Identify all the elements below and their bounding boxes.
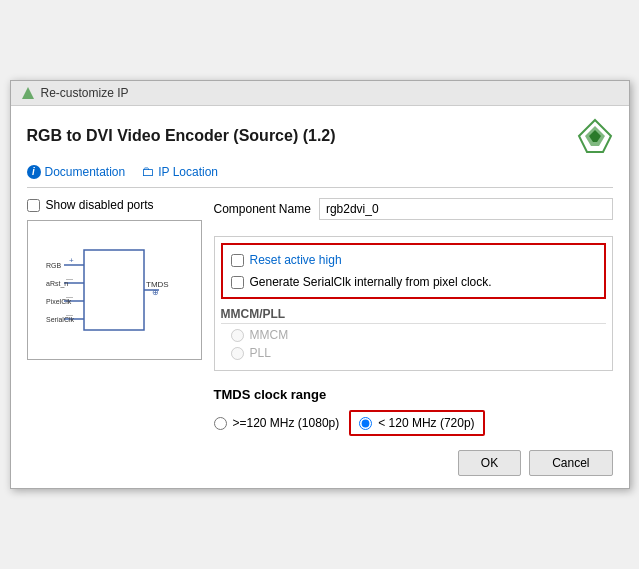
svg-text:—: — [66, 293, 73, 300]
tab-ip-location-label: IP Location [158, 165, 218, 179]
pll-label: PLL [250, 346, 271, 360]
tmds-high-radio[interactable] [214, 417, 227, 430]
mmcm-radio[interactable] [231, 329, 244, 342]
show-disabled-label: Show disabled ports [46, 198, 154, 212]
generate-serial-clk-label: Generate SerialClk internally from pixel… [250, 275, 492, 289]
component-diagram: TMDS ⊕ RGB aRst_n PixelClk SerialClk + [27, 220, 202, 360]
options-box: Reset active high Generate SerialClk int… [221, 243, 606, 299]
svg-text:+: + [69, 256, 74, 265]
pll-option: PLL [231, 346, 606, 360]
title-bar-label: Re-customize IP [41, 86, 129, 100]
tab-documentation-label: Documentation [45, 165, 126, 179]
button-row: OK Cancel [27, 450, 613, 476]
mmcm-label: MMCM [250, 328, 289, 342]
cancel-button[interactable]: Cancel [529, 450, 612, 476]
title-bar: Re-customize IP [11, 81, 629, 106]
recustomize-ip-dialog: Re-customize IP RGB to DVI Video Encoder… [10, 80, 630, 489]
svg-text:—: — [66, 275, 73, 282]
pll-radio[interactable] [231, 347, 244, 360]
show-disabled-checkbox[interactable] [27, 199, 40, 212]
mmcm-pll-section: MMCM/PLL MMCM PLL [221, 307, 606, 360]
show-disabled-row: Show disabled ports [27, 198, 202, 212]
generate-serial-clk-row: Generate SerialClk internally from pixel… [231, 275, 596, 289]
component-name-label: Component Name [214, 202, 311, 216]
tmds-high-label: >=120 MHz (1080p) [233, 416, 340, 430]
left-panel: Show disabled ports TMDS ⊕ RGB [27, 198, 202, 436]
tmds-low-label: < 120 MHz (720p) [378, 416, 474, 430]
svg-text:—: — [66, 311, 73, 318]
folder-icon: 🗀 [141, 164, 154, 179]
dialog-icon [21, 86, 35, 100]
generate-serial-clk-checkbox[interactable] [231, 276, 244, 289]
component-name-row: Component Name [214, 198, 613, 220]
dialog-body: RGB to DVI Video Encoder (Source) (1.2) … [11, 106, 629, 488]
diagram-svg: TMDS ⊕ RGB aRst_n PixelClk SerialClk + [44, 235, 184, 345]
tmds-options: >=120 MHz (1080p) < 120 MHz (720p) [214, 410, 613, 436]
mmcm-pll-title: MMCM/PLL [221, 307, 606, 324]
svg-text:RGB: RGB [46, 262, 62, 269]
tmds-high-option: >=120 MHz (1080p) [214, 416, 340, 430]
ok-button[interactable]: OK [458, 450, 521, 476]
tab-ip-location[interactable]: 🗀 IP Location [141, 164, 218, 181]
reset-active-high-checkbox[interactable] [231, 254, 244, 267]
tmds-low-radio[interactable] [359, 417, 372, 430]
product-title-row: RGB to DVI Video Encoder (Source) (1.2) [27, 118, 613, 154]
svg-marker-0 [22, 87, 34, 99]
tmds-low-option: < 120 MHz (720p) [349, 410, 484, 436]
svg-rect-4 [84, 250, 144, 330]
product-title-text: RGB to DVI Video Encoder (Source) (1.2) [27, 127, 336, 145]
reset-active-high-link[interactable]: Reset active high [250, 253, 342, 267]
svg-text:aRst_n: aRst_n [46, 280, 68, 288]
mmcm-option: MMCM [231, 328, 606, 342]
info-icon: i [27, 165, 41, 179]
tmds-title: TMDS clock range [214, 387, 613, 402]
tab-bar: i Documentation 🗀 IP Location [27, 164, 613, 188]
options-scroll-area[interactable]: Reset active high Generate SerialClk int… [214, 236, 613, 371]
tab-documentation[interactable]: i Documentation [27, 164, 126, 181]
product-logo [577, 118, 613, 154]
tmds-section: TMDS clock range >=120 MHz (1080p) < 120… [214, 387, 613, 436]
reset-active-high-row: Reset active high [231, 253, 596, 267]
main-content: Show disabled ports TMDS ⊕ RGB [27, 198, 613, 436]
right-panel: Component Name Reset active high Generat… [214, 198, 613, 436]
svg-text:⊕: ⊕ [152, 288, 159, 297]
component-name-input[interactable] [319, 198, 613, 220]
